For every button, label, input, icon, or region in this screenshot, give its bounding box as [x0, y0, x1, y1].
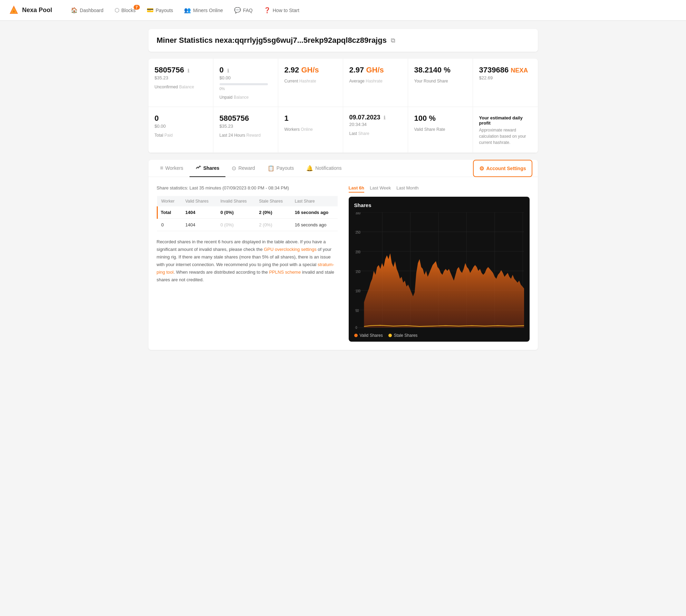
- legend-stale-shares: Stale Shares: [388, 333, 418, 338]
- stat-unconfirmed-balance: 5805756 ℹ $35.23 Unconfirmed Balance: [148, 59, 213, 107]
- nexa-value: 3739686 NEXA: [479, 66, 532, 75]
- current-hashrate-value: 2.92 GH/s: [284, 66, 337, 75]
- col-last-share: Last Share: [291, 196, 338, 206]
- stat-nexa: 3739686 NEXA $22.69: [473, 59, 538, 107]
- unpaid-progress-pct: 0%: [220, 87, 272, 91]
- pplns-scheme-link[interactable]: PPLNS scheme: [269, 270, 301, 275]
- settings-tab-icon: ⚙: [479, 165, 484, 172]
- share-row-worker: Total: [157, 206, 181, 219]
- tab-workers[interactable]: ≡ Workers: [154, 160, 190, 177]
- nav-miners-online[interactable]: 👥 Miners Online: [179, 4, 228, 16]
- svg-text:250: 250: [355, 231, 360, 235]
- svg-text:0: 0: [355, 325, 357, 330]
- tab-payouts[interactable]: 📋 Payouts: [261, 160, 300, 177]
- tab-shares[interactable]: Shares: [190, 160, 226, 177]
- share-row-valid: 1404: [181, 206, 216, 219]
- logo-icon: [8, 5, 19, 16]
- col-invalid-shares: Invalid Shares: [216, 196, 255, 206]
- share-row-last: 16 seconds ago: [291, 219, 338, 231]
- tabs: ≡ Workers Shares ⊙ Reward 📋 Payouts 🔔 No…: [148, 160, 538, 177]
- nav-blocks[interactable]: ⬡ Blocks 7: [110, 4, 141, 16]
- chart-tab-6h[interactable]: Last 6h: [349, 185, 365, 193]
- stat-valid-share-rate: 100 % Valid Share Rate: [408, 107, 473, 153]
- legend-valid-shares: Valid Shares: [354, 333, 383, 338]
- copy-address-button[interactable]: ⧉: [391, 37, 395, 44]
- app-name: Nexa Pool: [22, 7, 52, 14]
- content-area: Share statistics: Last 35 minutes (07/09…: [148, 177, 538, 350]
- blocks-icon: ⬡: [115, 7, 119, 13]
- unconfirmed-label: Unconfirmed Balance: [155, 85, 207, 89]
- share-table: Worker Valid Shares Invalid Shares Stale…: [157, 196, 338, 231]
- info-text: Recorded shares in the recent 6 hours ar…: [157, 238, 338, 284]
- share-table-header: Worker Valid Shares Invalid Shares Stale…: [157, 196, 338, 206]
- tab-account-settings[interactable]: ⚙ Account Settings: [473, 160, 532, 177]
- share-row-stale: 2 (0%): [255, 206, 291, 219]
- average-hashrate-value: 2.97 GH/s: [349, 66, 402, 75]
- help-icon: ❓: [264, 7, 271, 13]
- share-row-invalid: 0 (0%): [216, 219, 255, 231]
- stat-round-share: 38.2140 % Your Round Share: [408, 59, 473, 107]
- chart-legend: Valid Shares Stale Shares: [354, 333, 524, 338]
- nav-faq[interactable]: 💬 FAQ: [229, 4, 258, 16]
- round-share-label: Your Round Share: [414, 79, 466, 84]
- total-paid-label: Total Paid: [155, 133, 207, 138]
- share-row-last: 16 seconds ago: [291, 206, 338, 219]
- stat-average-hashrate: 2.97 GH/s Average Hashrate: [343, 59, 408, 107]
- svg-text:6:00 PM: 6:00 PM: [460, 329, 471, 330]
- notifications-tab-icon: 🔔: [306, 165, 313, 172]
- miner-title-section: Miner Statistics nexa:qqrrlyjg5sg6wuj7..…: [148, 29, 538, 52]
- share-stats-title: Share statistics: Last 35 minutes (07/09…: [157, 185, 338, 190]
- payouts-icon: 💳: [147, 7, 154, 13]
- shares-chart-svg: 300 250 200 150 100 50 0: [354, 212, 524, 330]
- share-row-invalid: 0 (0%): [216, 206, 255, 219]
- last24-label: Last 24 Hours Reward: [220, 133, 272, 138]
- col-stale-shares: Stale Shares: [255, 196, 291, 206]
- miner-address: nexa:qqrrlyjg5sg6wuj7...5rekp92apql8cz89…: [215, 36, 387, 45]
- miner-title: Miner Statistics nexa:qqrrlyjg5sg6wuj7..…: [157, 36, 387, 45]
- chart-title: Shares: [354, 202, 524, 208]
- main-nav: 🏠 Dashboard ⬡ Blocks 7 💳 Payouts 👥 Miner…: [66, 4, 678, 16]
- share-table-row: Total 1404 0 (0%) 2 (0%) 16 seconds ago: [157, 206, 338, 219]
- nav-how-to-start[interactable]: ❓ How to Start: [259, 4, 304, 16]
- nav-dashboard[interactable]: 🏠 Dashboard: [66, 4, 108, 16]
- svg-text:8:00 PM: 8:00 PM: [515, 329, 524, 330]
- share-left-panel: Share statistics: Last 35 minutes (07/09…: [157, 185, 338, 342]
- total-paid-usd: $0.00: [155, 124, 207, 129]
- last-share-date: 09.07.2023 ℹ: [349, 114, 402, 121]
- unpaid-usd: $0.00: [220, 75, 272, 80]
- stat-last-share: 09.07.2023 ℹ 20:34:34 Last Share: [343, 107, 408, 153]
- svg-text:3:00 PM: 3:00 PM: [375, 329, 386, 330]
- miners-icon: 👥: [184, 7, 191, 13]
- tab-reward[interactable]: ⊙ Reward: [225, 160, 261, 177]
- legend-dot-valid: [354, 334, 358, 337]
- average-hashrate-label: Average Hashrate: [349, 79, 402, 84]
- last-share-time: 20:34:34: [349, 122, 402, 127]
- workers-tab-icon: ≡: [160, 165, 163, 171]
- stat-workers-online: 1 Workers Online: [278, 107, 343, 153]
- svg-text:300: 300: [355, 212, 360, 215]
- nav-payouts[interactable]: 💳 Payouts: [142, 4, 178, 16]
- info-text-part3: . When rewards are distributed according…: [174, 270, 269, 275]
- svg-text:4:00 PM: 4:00 PM: [403, 329, 414, 330]
- svg-text:50: 50: [355, 309, 358, 313]
- faq-icon: 💬: [234, 7, 241, 13]
- shares-tab-icon: [196, 165, 201, 172]
- tab-notifications[interactable]: 🔔 Notifications: [300, 160, 348, 177]
- chart-container: Shares 300 250 200: [349, 197, 530, 342]
- chart-tab-week[interactable]: Last Week: [370, 185, 391, 193]
- unpaid-label: Unpaid Balance: [220, 95, 272, 100]
- share-table-row: 0 1404 0 (0%) 2 (0%) 16 seconds ago: [157, 219, 338, 231]
- svg-text:200: 200: [355, 250, 360, 254]
- last24-value: 5805756: [220, 114, 272, 123]
- chart-tab-month[interactable]: Last Month: [396, 185, 418, 193]
- share-row-stale: 2 (0%): [255, 219, 291, 231]
- svg-text:7:00 PM: 7:00 PM: [487, 329, 499, 330]
- chart-area: 300 250 200 150 100 50 0: [354, 212, 524, 330]
- stat-estimated-daily: Your estimated daily profit Approximate …: [473, 107, 538, 153]
- stat-current-hashrate: 2.92 GH/s Current Hashrate: [278, 59, 343, 107]
- gpu-overclocking-link[interactable]: GPU overclocking settings: [264, 247, 316, 252]
- col-valid-shares: Valid Shares: [181, 196, 216, 206]
- chart-section: Last 6h Last Week Last Month Shares: [349, 185, 530, 342]
- workers-label: Workers Online: [284, 127, 337, 132]
- reward-tab-icon: ⊙: [232, 165, 236, 172]
